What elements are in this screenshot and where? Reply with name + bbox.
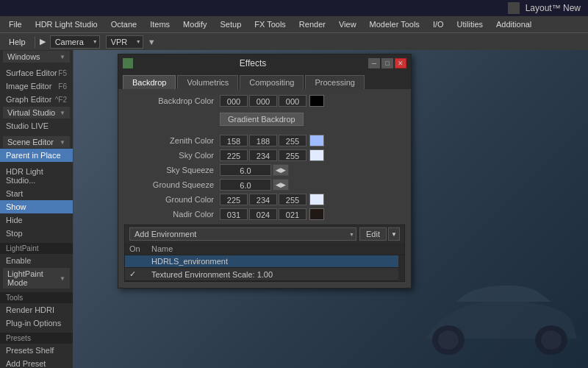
menu-setup[interactable]: Setup [215, 18, 248, 30]
tab-processing[interactable]: Processing [305, 75, 364, 89]
sidebar-item-parent-in-place[interactable]: Parent in Place [0, 149, 73, 162]
sidebar-enable-label: Enable [6, 256, 31, 265]
sidebar-start-label: Start [6, 189, 23, 198]
sidebar-item-hide[interactable]: Hide [0, 213, 73, 227]
menu-io[interactable]: I/O [427, 18, 450, 30]
sidebar-item-surface-editor[interactable]: Surface Editor F5 [0, 66, 73, 79]
nadir-color-values: 031 024 021 [220, 208, 324, 220]
zenith-r[interactable]: 158 [220, 135, 248, 146]
menu-view[interactable]: View [333, 18, 362, 30]
tab-backdrop[interactable]: Backdrop [123, 75, 176, 89]
dialog-titlebar: Effects ─ □ ✕ [118, 54, 411, 72]
backdrop-g[interactable]: 000 [249, 95, 277, 107]
ground-color-row: Ground Color 225 234 255 [124, 194, 405, 205]
menu-fx-tools[interactable]: FX Tools [248, 18, 292, 30]
sidebar-item-presets-shelf[interactable]: Presets Shelf [0, 344, 73, 357]
toolbar-help[interactable]: Help [4, 37, 30, 47]
effects-dialog: Effects ─ □ ✕ Backdrop Volumetrics Compo… [118, 54, 412, 289]
menu-octane[interactable]: Octane [105, 18, 143, 30]
backdrop-color-row: Backdrop Color 000 000 000 [124, 95, 405, 107]
nadir-color-swatch[interactable] [309, 208, 324, 220]
sidebar-item-windows[interactable]: Windows [3, 51, 70, 63]
sky-squeeze-val[interactable]: 6.0 [220, 164, 271, 176]
ground-g[interactable]: 234 [249, 194, 277, 205]
menu-bar: File HDR Light Studio Octane Items Modif… [0, 16, 588, 32]
sidebar-plugin-options-label: Plug-in Options [6, 319, 61, 328]
zenith-color-row: Zenith Color 158 188 255 [124, 135, 405, 146]
dialog-close-btn[interactable]: ✕ [395, 58, 406, 68]
env-row-1[interactable]: ✓ Textured Environment Scale: 1.00 [125, 268, 404, 281]
sidebar-virtual-studio-label: Virtual Studio [7, 108, 55, 117]
ground-squeeze-row: Ground Squeeze 6.0 ◀▶ [124, 179, 405, 191]
menu-modeler-tools[interactable]: Modeler Tools [364, 18, 426, 30]
ground-squeeze-spinner-btn[interactable]: ◀▶ [273, 179, 289, 191]
ground-color-swatch[interactable] [309, 194, 324, 205]
sidebar-item-virtual-studio[interactable]: Virtual Studio [3, 107, 70, 118]
sidebar-item-plugin-options[interactable]: Plug-in Options [0, 316, 73, 330]
sidebar-scene-editor-label: Scene Editor [7, 138, 54, 146]
ground-r[interactable]: 225 [220, 194, 248, 205]
zenith-color-label: Zenith Color [124, 136, 220, 145]
sidebar-item-enable[interactable]: Enable [0, 254, 73, 267]
tab-compositing[interactable]: Compositing [240, 75, 304, 89]
sidebar-item-image-editor[interactable]: Image Editor F6 [0, 79, 73, 93]
tab-volumetrics[interactable]: Volumetrics [177, 75, 238, 89]
sidebar-windows-label: Windows [7, 52, 40, 61]
menu-hdr-light-studio[interactable]: HDR Light Studio [29, 18, 104, 30]
backdrop-color-swatch[interactable] [309, 95, 324, 107]
menu-file[interactable]: File [3, 18, 28, 30]
backdrop-r[interactable]: 000 [220, 95, 248, 107]
sky-g[interactable]: 234 [249, 149, 277, 161]
sidebar-item-start[interactable]: Start [0, 187, 73, 200]
env-row-1-name: Textured Environment Scale: 1.00 [151, 270, 400, 279]
backdrop-b[interactable]: 000 [279, 95, 306, 107]
nadir-r[interactable]: 031 [220, 208, 248, 220]
add-env-select[interactable]: Add Environment [129, 227, 356, 241]
gradient-backdrop-btn[interactable]: Gradient Backdrop [220, 113, 304, 126]
env-edit-btn[interactable]: Edit [359, 227, 387, 241]
sidebar-item-scene-editor[interactable]: Scene Editor [3, 136, 70, 148]
sky-b[interactable]: 255 [279, 149, 306, 161]
env-edit-arrow[interactable]: ▼ [388, 227, 400, 241]
dialog-minimize-btn[interactable]: ─ [368, 58, 380, 68]
menu-modify[interactable]: Modify [177, 18, 212, 30]
ground-squeeze-val[interactable]: 6.0 [220, 179, 271, 191]
sidebar-render-hdri-label: Render HDRI [6, 305, 54, 314]
ground-b[interactable]: 255 [279, 194, 306, 205]
surface-editor-shortcut: F5 [58, 69, 67, 77]
zenith-color-swatch[interactable] [309, 135, 324, 146]
sidebar-item-add-preset[interactable]: Add Preset [0, 357, 73, 368]
svg-point-2 [438, 330, 459, 350]
add-env-dropdown-wrap[interactable]: Add Environment [129, 227, 356, 241]
env-row-0[interactable]: HDRLS_environment [125, 255, 404, 268]
toolbar: Help ▶ Camera VPR ▼ [0, 32, 588, 50]
zenith-g[interactable]: 188 [249, 135, 277, 146]
menu-items[interactable]: Items [144, 18, 176, 30]
env-scrollbar[interactable] [398, 255, 404, 281]
menu-render[interactable]: Render [293, 18, 331, 30]
sky-color-swatch[interactable] [309, 149, 324, 161]
sidebar-item-show[interactable]: Show [0, 200, 73, 213]
sidebar-item-hdr-light-studio[interactable]: HDR Light Studio... [0, 165, 73, 187]
sky-r[interactable]: 225 [220, 149, 248, 161]
sidebar-item-render-hdri[interactable]: Render HDRI [0, 303, 73, 316]
dialog-controls: ─ □ ✕ [368, 58, 406, 68]
camera-select[interactable]: Camera [50, 35, 100, 49]
sidebar-item-graph-editor[interactable]: Graph Editor ^F2 [0, 93, 73, 106]
sidebar-image-editor-label: Image Editor [6, 82, 51, 91]
nadir-b[interactable]: 021 [279, 208, 306, 220]
dialog-maximize-btn[interactable]: □ [381, 58, 393, 68]
dialog-content: Backdrop Color 000 000 000 Gradient Back… [118, 89, 411, 288]
vpr-dropdown-wrap[interactable]: VPR [106, 35, 143, 49]
sidebar-item-stop[interactable]: Stop [0, 227, 73, 240]
graph-editor-shortcut: ^F2 [55, 96, 67, 104]
sidebar-item-studio-live[interactable]: Studio LIVE [0, 119, 73, 132]
menu-utilities[interactable]: Utilities [451, 18, 489, 30]
sidebar-item-lightpaint-mode[interactable]: LightPaint Mode [3, 268, 70, 289]
menu-additional[interactable]: Additional [490, 18, 537, 30]
zenith-b[interactable]: 255 [279, 135, 306, 146]
camera-dropdown-wrap[interactable]: Camera [50, 35, 100, 49]
nadir-g[interactable]: 024 [249, 208, 277, 220]
sky-squeeze-spinner-btn[interactable]: ◀▶ [273, 164, 289, 176]
vpr-select[interactable]: VPR [106, 35, 143, 49]
